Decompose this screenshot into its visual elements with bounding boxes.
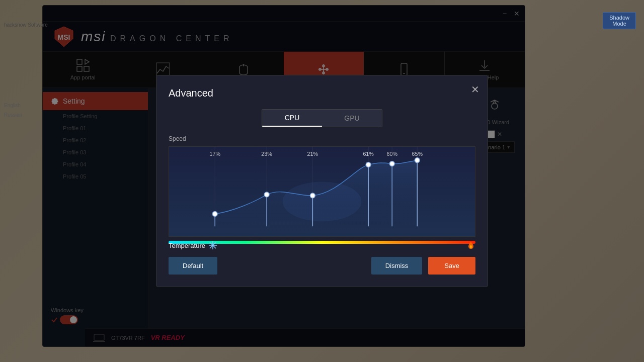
cpu-gpu-tab-group: CPU GPU	[262, 109, 382, 127]
svg-text:65%: 65%	[412, 151, 423, 157]
speed-chart: 17% 23% 21% 61% 60%	[169, 147, 475, 236]
svg-text:17%: 17%	[209, 151, 220, 157]
speed-label: Speed	[169, 135, 475, 142]
svg-point-32	[264, 192, 269, 197]
temperature-text: Temperature	[169, 242, 205, 249]
chart-area: 17% 23% 21% 61% 60%	[169, 146, 475, 237]
chart-container: 17% 23% 21% 61% 60%	[169, 146, 475, 237]
svg-text:60%: 60%	[386, 151, 397, 157]
temp-icons-row: Temperature	[169, 241, 475, 250]
svg-text:61%: 61%	[363, 151, 374, 157]
svg-point-38	[366, 162, 371, 167]
advanced-modal: Advanced ✕ CPU GPU Speed	[156, 75, 488, 287]
dismiss-button[interactable]: Dismiss	[371, 257, 423, 275]
flame-icon	[466, 241, 475, 250]
temperature-section: Temperature	[169, 241, 475, 251]
svg-point-41	[389, 161, 394, 166]
default-button[interactable]: Default	[169, 257, 217, 275]
modal-close-button[interactable]: ✕	[471, 83, 479, 96]
shadow-mode-button[interactable]: Shadow Mode	[603, 12, 636, 29]
save-button[interactable]: Save	[428, 257, 475, 275]
modal-title: Advanced	[169, 87, 475, 99]
snowflake-icon	[208, 241, 217, 250]
svg-text:21%: 21%	[307, 151, 318, 157]
gpu-tab[interactable]: GPU	[322, 110, 382, 127]
svg-point-27	[283, 182, 362, 221]
svg-text:23%: 23%	[261, 151, 272, 157]
modal-actions: Default Dismiss Save	[169, 257, 475, 275]
svg-point-29	[212, 212, 217, 217]
svg-point-35	[310, 193, 315, 198]
cpu-tab[interactable]: CPU	[262, 110, 322, 127]
temperature-label-group: Temperature	[169, 241, 217, 250]
svg-point-44	[415, 158, 420, 163]
modal-overlay: Advanced ✕ CPU GPU Speed	[0, 0, 644, 362]
